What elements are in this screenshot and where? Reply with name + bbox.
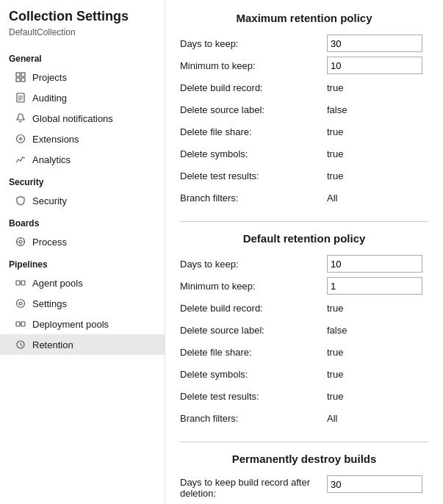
max-delete-file-share-label: Delete file share: — [180, 126, 327, 137]
default-days-to-keep-input[interactable] — [327, 255, 422, 273]
sidebar: Collection Settings DefaultCollection Ge… — [0, 0, 165, 504]
max-branch-filters-row: Branch filters: All — [180, 189, 428, 206]
sidebar-item-projects[interactable]: Projects — [0, 67, 165, 87]
notifications-icon — [15, 112, 26, 124]
max-retention-heading: Maximum retention policy — [180, 12, 428, 24]
default-branch-filters-value: All — [327, 413, 337, 424]
auditing-icon — [15, 92, 26, 104]
main-content: Maximum retention policy Days to keep: M… — [165, 0, 443, 504]
max-branch-filters-label: Branch filters: — [180, 192, 327, 204]
default-delete-file-share-value: true — [327, 347, 343, 358]
analytics-icon — [15, 154, 26, 165]
sidebar-item-label: Settings — [32, 298, 67, 309]
deployment-pools-icon — [15, 318, 26, 330]
default-delete-build-record-value: true — [327, 303, 343, 314]
collection-subtitle: DefaultCollection — [0, 27, 165, 46]
default-delete-build-record-label: Delete build record: — [180, 303, 327, 314]
default-branch-filters-label: Branch filters: — [180, 413, 327, 424]
max-delete-source-label-value: false — [327, 104, 347, 115]
retention-icon — [15, 339, 26, 350]
projects-icon — [15, 71, 26, 83]
sidebar-item-extensions[interactable]: Extensions — [0, 129, 165, 149]
default-delete-symbols-label: Delete symbols: — [180, 369, 327, 380]
destroy-days-label: Days to keep build record after deletion… — [180, 475, 327, 499]
max-delete-test-results-value: true — [327, 170, 343, 181]
sidebar-item-label: Security — [32, 195, 67, 206]
default-delete-symbols-row: Delete symbols: true — [180, 365, 428, 383]
sidebar-item-label: Agent pools — [32, 278, 83, 289]
sidebar-item-global-notifications[interactable]: Global notifications — [0, 108, 165, 129]
permanently-destroy-section: Permanently destroy builds Days to keep … — [180, 453, 428, 499]
max-delete-source-label-row: Delete source label: false — [180, 101, 428, 118]
section-general: General — [0, 46, 165, 67]
destroy-days-row: Days to keep build record after deletion… — [180, 475, 428, 499]
max-delete-build-record-row: Delete build record: true — [180, 79, 428, 96]
default-delete-source-label-label: Delete source label: — [180, 325, 327, 336]
max-delete-file-share-value: true — [327, 126, 343, 137]
destroy-days-input[interactable] — [327, 475, 422, 493]
max-min-to-keep-input[interactable] — [327, 57, 422, 74]
max-branch-filters-value: All — [327, 192, 337, 204]
default-delete-test-results-row: Delete test results: true — [180, 387, 428, 405]
sidebar-item-label: Global notifications — [32, 113, 113, 124]
max-delete-build-record-label: Delete build record: — [180, 82, 327, 93]
max-days-to-keep-label: Days to keep: — [180, 38, 327, 49]
max-retention-section: Maximum retention policy Days to keep: M… — [180, 12, 428, 206]
default-delete-source-label-row: Delete source label: false — [180, 321, 428, 339]
max-days-to-keep-input[interactable] — [327, 35, 422, 52]
section-boards: Boards — [0, 211, 165, 231]
svg-rect-1 — [21, 73, 25, 76]
extensions-icon — [15, 133, 26, 145]
default-delete-file-share-row: Delete file share: true — [180, 343, 428, 361]
svg-rect-3 — [21, 78, 25, 82]
process-icon — [15, 236, 26, 248]
svg-rect-22 — [16, 322, 20, 326]
max-days-to-keep-row: Days to keep: — [180, 35, 428, 52]
sidebar-item-label: Extensions — [32, 134, 79, 145]
section-pipelines: Pipelines — [0, 252, 165, 273]
settings-icon — [15, 298, 26, 309]
svg-rect-0 — [16, 73, 20, 76]
svg-rect-23 — [21, 322, 25, 326]
sidebar-item-auditing[interactable]: Auditing — [0, 87, 165, 108]
sidebar-item-settings[interactable]: Settings — [0, 293, 165, 314]
sidebar-item-label: Auditing — [32, 93, 67, 104]
sidebar-item-label: Analytics — [32, 154, 71, 165]
max-delete-source-label-label: Delete source label: — [180, 104, 327, 115]
default-delete-source-label-value: false — [327, 325, 347, 336]
max-delete-symbols-label: Delete symbols: — [180, 148, 327, 159]
sidebar-item-label: Process — [32, 237, 67, 248]
max-min-to-keep-label: Minimum to keep: — [180, 60, 327, 71]
svg-rect-17 — [16, 281, 20, 285]
svg-point-20 — [17, 300, 25, 308]
default-delete-build-record-row: Delete build record: true — [180, 299, 428, 317]
page-title: Collection Settings — [0, 9, 165, 27]
agent-pools-icon — [15, 277, 26, 289]
svg-point-21 — [19, 302, 22, 305]
max-delete-build-record-value: true — [327, 82, 343, 93]
divider-1 — [180, 221, 428, 222]
sidebar-item-agent-pools[interactable]: Agent pools — [0, 273, 165, 293]
default-days-to-keep-row: Days to keep: — [180, 255, 428, 273]
sidebar-item-retention[interactable]: Retention — [0, 334, 165, 355]
max-min-to-keep-row: Minimum to keep: — [180, 57, 428, 74]
default-days-to-keep-label: Days to keep: — [180, 259, 327, 270]
sidebar-item-deployment-pools[interactable]: Deployment pools — [0, 314, 165, 334]
default-delete-file-share-label: Delete file share: — [180, 347, 327, 358]
sidebar-item-analytics[interactable]: Analytics — [0, 149, 165, 170]
svg-point-12 — [19, 240, 22, 243]
default-delete-symbols-value: true — [327, 369, 343, 380]
default-branch-filters-row: Branch filters: All — [180, 409, 428, 427]
security-icon — [15, 195, 26, 206]
section-security: Security — [0, 170, 165, 190]
divider-2 — [180, 442, 428, 442]
max-delete-file-share-row: Delete file share: true — [180, 123, 428, 140]
sidebar-item-label: Deployment pools — [32, 319, 109, 330]
sidebar-item-process[interactable]: Process — [0, 231, 165, 252]
default-delete-test-results-label: Delete test results: — [180, 391, 327, 402]
max-delete-test-results-row: Delete test results: true — [180, 167, 428, 184]
sidebar-item-security[interactable]: Security — [0, 190, 165, 211]
default-min-to-keep-input[interactable] — [327, 277, 422, 295]
default-min-to-keep-row: Minimum to keep: — [180, 277, 428, 295]
sidebar-item-label: Retention — [32, 339, 73, 350]
